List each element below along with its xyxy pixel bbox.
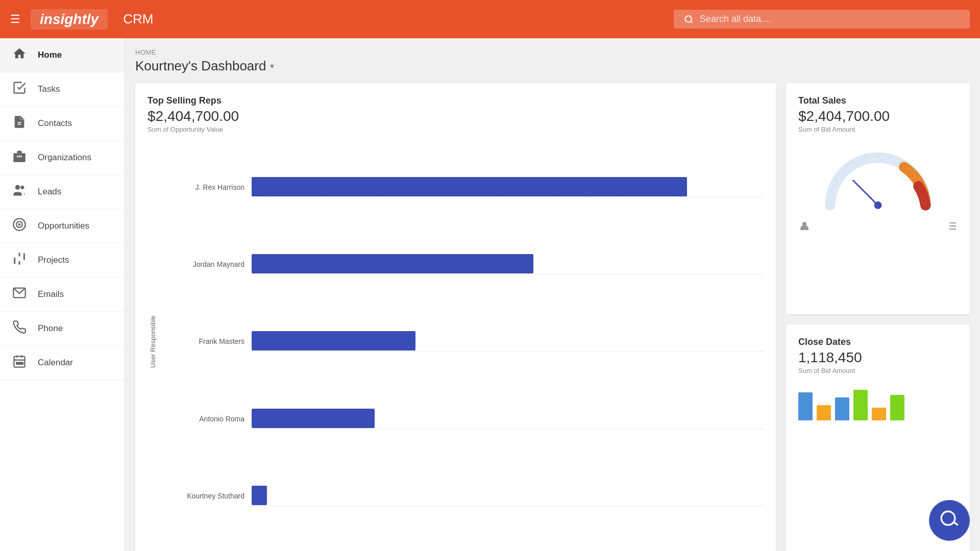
svg-rect-6 [19, 156, 20, 158]
close-dates-bar [853, 390, 868, 420]
close-dates-bar [890, 395, 904, 420]
sidebar-item-emails-label: Emails [38, 289, 64, 299]
sidebar-item-tasks[interactable]: Tasks [0, 72, 125, 107]
bar-fill [252, 254, 533, 273]
sidebar-item-calendar[interactable]: Calendar [0, 346, 125, 380]
svg-rect-5 [17, 156, 18, 158]
sidebar-item-phone-label: Phone [38, 323, 63, 334]
sidebar: Home Tasks Contacts [0, 38, 125, 551]
gauge-chart [817, 143, 939, 215]
bar-row: J. Rex Harrison [163, 177, 764, 197]
tasks-icon [10, 81, 29, 98]
user-icon[interactable] [798, 220, 811, 235]
sidebar-item-leads-label: Leads [38, 187, 61, 197]
bar-fill [252, 331, 415, 350]
bar-fill [252, 177, 687, 196]
svg-rect-24 [21, 362, 23, 364]
svg-point-8 [15, 185, 20, 190]
bar-fill [252, 486, 267, 505]
close-dates-bar [817, 405, 831, 420]
bar-label: Jordan Maynard [163, 260, 244, 268]
bar-label: Kourtney Stuthard [163, 492, 244, 500]
sidebar-item-home-label: Home [38, 50, 62, 60]
svg-rect-4 [13, 153, 25, 162]
sidebar-item-leads[interactable]: Leads [0, 175, 125, 209]
svg-rect-22 [16, 362, 18, 364]
bar-track [252, 177, 764, 197]
svg-point-37 [874, 202, 882, 209]
svg-point-9 [20, 186, 24, 189]
bar-fill [252, 409, 375, 428]
close-dates-bar [872, 408, 886, 420]
leads-icon [10, 183, 29, 201]
bar-label: Frank Masters [163, 337, 244, 345]
calendar-icon [10, 354, 29, 371]
sidebar-item-organizations[interactable]: Organizations [0, 141, 125, 175]
svg-rect-7 [20, 156, 21, 158]
menu-icon[interactable]: ☰ [10, 13, 20, 26]
y-axis-label: User Responsible [148, 143, 158, 540]
bar-row: Antonio Roma [163, 409, 764, 429]
breadcrumb: HOME [135, 48, 970, 56]
total-sales-card: Total Sales $2,404,700.00 Sum of Bid Amo… [786, 83, 970, 314]
top-selling-reps-card: Top Selling Reps $2,404,700.00 Sum of Op… [135, 83, 776, 551]
total-sales-title: Total Sales [798, 95, 958, 106]
sidebar-item-emails[interactable]: Emails [0, 278, 125, 312]
bar-chart: J. Rex Harrison Jordan Maynard Frank Mas… [163, 143, 764, 540]
svg-point-0 [685, 15, 692, 22]
logo: insightly [31, 9, 108, 30]
bar-row: Kourtney Stuthard [163, 486, 764, 506]
right-panel: Total Sales $2,404,700.00 Sum of Bid Amo… [786, 83, 970, 551]
close-dates-title: Close Dates [798, 337, 958, 347]
search-bar[interactable] [674, 10, 970, 29]
sidebar-item-projects[interactable]: Projects [0, 243, 125, 278]
main-layout: Home Tasks Contacts [0, 38, 980, 551]
projects-icon [10, 252, 29, 269]
opportunities-icon [10, 217, 29, 235]
svg-point-45 [940, 510, 956, 526]
total-sales-amount: $2,404,700.00 [798, 108, 958, 124]
close-dates-chart [798, 385, 958, 420]
svg-line-36 [853, 181, 878, 206]
svg-line-1 [691, 21, 692, 22]
sidebar-item-opportunities-label: Opportunities [38, 221, 89, 231]
sidebar-item-home[interactable]: Home [0, 38, 125, 72]
sidebar-item-phone[interactable]: Phone [0, 312, 125, 346]
bar-track [252, 486, 764, 506]
bar-track [252, 409, 764, 429]
bar-track [252, 331, 764, 352]
bar-label: Antonio Roma [163, 415, 244, 423]
bar-label: J. Rex Harrison [163, 183, 244, 191]
bar-chart-container: User Responsible J. Rex Harrison Jordan … [148, 143, 764, 540]
watermark-icon [937, 507, 962, 534]
sidebar-item-tasks-label: Tasks [38, 84, 60, 94]
contacts-icon [10, 115, 29, 132]
sidebar-item-contacts[interactable]: Contacts [0, 107, 125, 141]
header: ☰ insightly CRM [0, 0, 980, 38]
sidebar-item-opportunities[interactable]: Opportunities [0, 209, 125, 243]
chart-subtitle: Sum of Opportunity Value [148, 126, 764, 133]
bar-row: Frank Masters [163, 331, 764, 352]
svg-line-46 [953, 521, 958, 525]
crm-label: CRM [123, 11, 153, 27]
svg-rect-23 [19, 362, 21, 364]
svg-point-12 [19, 224, 20, 225]
search-input[interactable] [700, 14, 960, 24]
close-dates-bar [835, 397, 849, 420]
chevron-down-icon[interactable]: ▾ [270, 61, 274, 71]
phone-icon [10, 320, 29, 337]
total-sales-subtitle: Sum of Bid Amount [798, 126, 958, 133]
close-dates-bar [798, 392, 813, 420]
sidebar-item-calendar-label: Calendar [38, 358, 73, 368]
emails-icon [10, 286, 29, 303]
total-sales-footer [798, 220, 958, 235]
list-icon[interactable] [945, 220, 958, 235]
gauge-container [798, 143, 958, 215]
chart-amount: $2,404,700.00 [148, 108, 764, 124]
sidebar-item-contacts-label: Contacts [38, 118, 72, 129]
bar-track [252, 254, 764, 274]
organizations-icon [10, 149, 29, 166]
sidebar-item-projects-label: Projects [38, 255, 69, 265]
chart-title: Top Selling Reps [148, 95, 764, 106]
content-area: HOME Kourtney's Dashboard ▾ Top Selling … [125, 38, 980, 551]
